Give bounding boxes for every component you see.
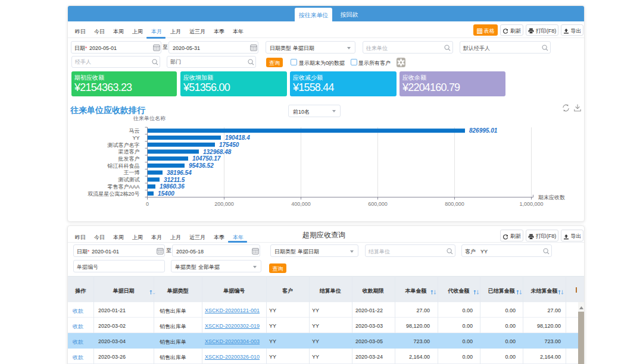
svg-text:38196.54: 38196.54 — [167, 170, 192, 176]
svg-text:测试测试: 测试测试 — [118, 177, 140, 183]
svg-text:31211.5: 31211.5 — [164, 177, 185, 183]
svg-text:200,000: 200,000 — [214, 201, 234, 207]
svg-text:王一博: 王一博 — [124, 170, 140, 175]
svg-text:锦江科科食品: 锦江科科食品 — [107, 163, 140, 169]
svg-text:双流星星公寓2栋20号: 双流星星公寓2栋20号 — [87, 191, 139, 197]
svg-text:190418.4: 190418.4 — [225, 134, 250, 141]
svg-text:104750.17: 104750.17 — [192, 155, 221, 162]
svg-text:800,000: 800,000 — [445, 201, 464, 207]
svg-text:YY: YY — [132, 135, 139, 141]
svg-text:渠道客户: 渠道客户 — [118, 149, 140, 155]
svg-text:400,000: 400,000 — [291, 201, 311, 207]
svg-text:批发客户: 批发客户 — [118, 156, 140, 162]
svg-text:马云: 马云 — [129, 128, 140, 134]
svg-text:600,000: 600,000 — [368, 201, 388, 207]
svg-text:期末应收数: 期末应收数 — [538, 194, 565, 200]
svg-text:175450: 175450 — [219, 142, 239, 148]
svg-text:测试客户名字: 测试客户名字 — [107, 142, 140, 148]
svg-text:1,000,000: 1,000,000 — [519, 201, 543, 207]
svg-text:95436.52: 95436.52 — [189, 162, 214, 169]
svg-text:19860.36: 19860.36 — [160, 183, 185, 190]
svg-text:零售客户AAA: 零售客户AAA — [107, 184, 139, 190]
svg-text:132968.48: 132968.48 — [203, 149, 232, 155]
svg-text:15400: 15400 — [158, 190, 174, 197]
svg-text:0: 0 — [146, 201, 149, 207]
svg-text:826995.01: 826995.01 — [469, 127, 498, 134]
